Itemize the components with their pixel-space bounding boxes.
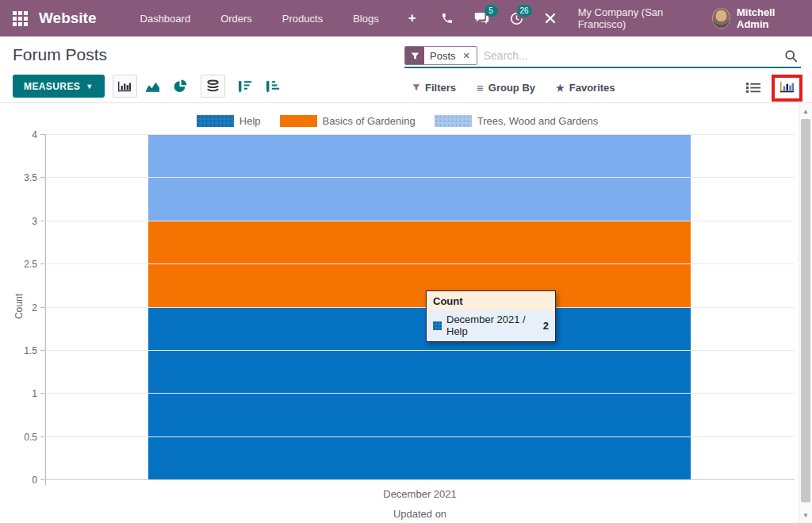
legend-swatch (435, 115, 472, 127)
top-nav: Website DashboardOrdersProductsBlogs + 5… (0, 0, 812, 37)
apps-grid-icon[interactable] (13, 11, 28, 26)
chart-tooltip: Count December 2021 / Help 2 (426, 290, 556, 342)
vertical-scrollbar[interactable]: ▲ ▼ (799, 103, 812, 523)
phone-icon[interactable] (431, 12, 464, 25)
user-menu[interactable]: Mitchell Admin (737, 6, 799, 30)
x-axis-title: Updated on (45, 508, 795, 520)
legend-item[interactable]: Basics of Gardening (280, 115, 416, 127)
company-switcher[interactable]: My Company (San Francisco) (578, 6, 695, 30)
stacked-icon (206, 79, 220, 93)
filters-button[interactable]: Filters (412, 82, 456, 94)
plus-icon[interactable]: + (394, 10, 431, 26)
brand[interactable]: Website (39, 10, 97, 27)
legend-label: Trees, Wood and Gardens (477, 115, 598, 127)
control-panel-top: Forum Posts Posts ✕ (0, 37, 812, 73)
messages-badge: 5 (485, 5, 498, 17)
measures-label: MEASURES (24, 81, 80, 92)
gridline (45, 436, 795, 437)
search-facet[interactable]: Posts ✕ (404, 46, 477, 65)
groupby-icon: ≡ (477, 81, 484, 94)
filters-label: Filters (425, 82, 456, 94)
list-view-icon (746, 82, 760, 94)
page-title: Forum Posts (13, 45, 107, 64)
activities-icon[interactable]: 26 (500, 12, 534, 25)
filter-funnel-icon (405, 47, 424, 64)
pie-chart-icon (174, 79, 187, 93)
y-tick-label: 0 (9, 475, 37, 486)
sort-desc-button[interactable] (233, 75, 258, 98)
y-tick-label: 1 (9, 388, 37, 399)
bar-segment-basics-of-gardening[interactable] (148, 221, 691, 308)
tooltip-label: December 2021 / Help (446, 313, 537, 337)
scrollbar-thumb[interactable] (801, 119, 810, 502)
y-tick-label: 2.5 (9, 259, 37, 270)
bar-stack (148, 135, 691, 480)
favorites-label: Favorites (569, 82, 615, 94)
sort-asc-button[interactable] (261, 75, 285, 98)
tools-icon[interactable] (534, 12, 567, 25)
legend-swatch (197, 115, 234, 127)
tick-mark (40, 134, 45, 135)
gridline (45, 134, 795, 135)
gridline (45, 479, 795, 480)
scroll-down-icon[interactable]: ▼ (799, 509, 812, 521)
tick-mark (40, 263, 45, 264)
measures-button[interactable]: MEASURES ▼ (13, 75, 105, 98)
graph-view-icon (779, 80, 795, 94)
y-tick-label: 0.5 (9, 432, 37, 443)
control-panel-bottom: MEASURES ▼ (0, 73, 812, 103)
y-tick-label: 2 (9, 302, 37, 313)
legend-item[interactable]: Trees, Wood and Gardens (435, 115, 598, 127)
tooltip-header: Count (427, 291, 555, 310)
bar-segment-trees-wood-and-gardens[interactable] (148, 135, 691, 221)
view-switcher (740, 73, 802, 102)
activities-badge: 26 (517, 5, 532, 17)
nav-right: 5 26 My Company (San Francisco) Mitchell… (431, 6, 799, 30)
tick-mark (40, 350, 45, 351)
graph-toolbar: MEASURES ▼ (13, 75, 285, 98)
search-input[interactable] (477, 49, 781, 62)
gridline (45, 307, 795, 308)
favorites-button[interactable]: ★ Favorites (556, 82, 615, 94)
nav-item-blogs[interactable]: Blogs (338, 13, 394, 25)
facet-remove-icon[interactable]: ✕ (462, 47, 477, 64)
gridline (45, 350, 795, 351)
nav-item-dashboard[interactable]: Dashboard (125, 13, 206, 25)
search-options: Filters ≡ Group By ★ Favorites (412, 73, 615, 102)
tooltip-value: 2 (543, 320, 549, 332)
legend-item[interactable]: Help (197, 115, 261, 127)
chart-area: HelpBasics of GardeningTrees, Wood and G… (0, 103, 812, 523)
list-view-button[interactable] (740, 79, 767, 97)
y-tick-label: 1.5 (9, 345, 37, 356)
y-tick-label: 4 (9, 129, 37, 140)
nav-left: Website DashboardOrdersProductsBlogs + (13, 10, 431, 27)
tick-mark (40, 393, 45, 394)
search-bar: Posts ✕ (404, 44, 801, 68)
bar-segment-help[interactable] (148, 308, 691, 481)
nav-menu: DashboardOrdersProductsBlogs (125, 13, 394, 25)
gridline (45, 221, 795, 221)
sort-asc-icon (266, 80, 280, 93)
pie-chart-button[interactable] (168, 75, 193, 98)
nav-item-orders[interactable]: Orders (205, 13, 267, 25)
graph-view-button[interactable] (772, 75, 802, 102)
filter-funnel-icon (412, 83, 420, 94)
messages-icon[interactable]: 5 (464, 12, 500, 25)
y-axis-line (45, 135, 46, 485)
legend-label: Help (239, 115, 261, 127)
gridline (45, 177, 795, 178)
stacked-button[interactable] (201, 75, 225, 98)
search-icon[interactable] (781, 49, 801, 63)
line-chart-button[interactable] (140, 75, 165, 98)
nav-item-products[interactable]: Products (267, 13, 338, 25)
facet-label: Posts (424, 47, 462, 64)
bar-chart-icon (117, 80, 132, 93)
sort-desc-icon (239, 80, 252, 93)
bar-chart-button[interactable] (113, 75, 137, 98)
tick-mark (40, 307, 45, 308)
legend-label: Basics of Gardening (323, 115, 416, 127)
scroll-up-icon[interactable]: ▲ (799, 105, 812, 117)
gridline (45, 393, 795, 394)
groupby-button[interactable]: ≡ Group By (477, 81, 535, 94)
avatar[interactable] (712, 8, 730, 29)
